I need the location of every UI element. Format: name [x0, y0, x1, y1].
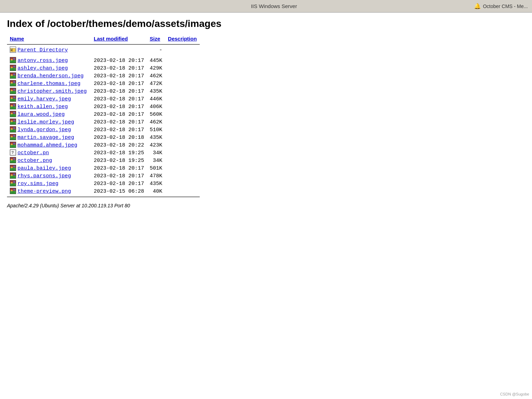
file-desc — [165, 141, 200, 149]
file-link[interactable]: roy.sims.jpeg — [17, 181, 58, 187]
file-name-cell: brenda.henderson.jpeg — [7, 72, 91, 80]
file-name-cell: antony.ross.jpeg — [7, 57, 91, 64]
file-desc — [165, 80, 200, 87]
file-link[interactable]: emily.harvey.jpeg — [17, 96, 71, 102]
jpeg-icon — [10, 95, 16, 102]
file-link[interactable]: october.pn — [17, 150, 49, 156]
sort-by-desc[interactable]: Description — [168, 36, 197, 42]
file-link[interactable]: lynda.gordon.jpeg — [17, 127, 71, 133]
file-link[interactable]: leslie.morley.jpeg — [17, 119, 74, 125]
svg-rect-48 — [11, 113, 13, 114]
file-link[interactable]: charlene.thomas.jpeg — [17, 81, 80, 87]
file-link[interactable]: october.png — [17, 158, 52, 164]
title-bar-right: 🔔 October CMS - Me... — [474, 3, 528, 9]
svg-rect-18 — [11, 74, 13, 76]
parent-desc — [165, 46, 200, 54]
list-item: ? october.pn 2023-02-18 19:25 34K — [7, 149, 200, 157]
svg-point-43 — [13, 104, 15, 106]
file-name-cell: emily.harvey.jpeg — [7, 95, 91, 103]
svg-point-67 — [13, 135, 15, 137]
svg-rect-6 — [11, 59, 13, 60]
file-link[interactable]: christopher.smith.jpeg — [17, 88, 87, 94]
file-size: 510K — [147, 126, 165, 134]
file-name-cell: roy.sims.jpeg — [7, 180, 91, 187]
file-size: 560K — [147, 111, 165, 118]
file-desc — [165, 103, 200, 111]
jpeg-icon — [10, 80, 16, 86]
file-name-cell: laura.wood.jpeg — [7, 111, 91, 118]
svg-text:?: ? — [12, 150, 14, 155]
file-size: 501K — [147, 164, 165, 172]
file-date: 2023-02-15 06:28 — [91, 187, 147, 195]
col-size: Size — [147, 35, 165, 43]
file-link[interactable]: keith.allen.jpeg — [17, 104, 68, 110]
file-name-cell: leslie.morley.jpeg — [7, 118, 91, 126]
file-link[interactable]: laura.wood.jpeg — [17, 112, 65, 117]
list-item: roy.sims.jpeg 2023-02-18 20:17 435K — [7, 180, 200, 187]
svg-point-61 — [13, 127, 15, 129]
file-size: 423K — [147, 141, 165, 149]
list-item: rhys.parsons.jpeg 2023-02-18 20:17 478K — [7, 172, 200, 180]
parent-dir-link[interactable]: Parent Directory — [17, 47, 68, 53]
svg-rect-80 — [11, 159, 13, 160]
file-name-cell: keith.allen.jpeg — [7, 103, 91, 111]
file-date: 2023-02-18 20:18 — [91, 134, 147, 141]
file-size: 435K — [147, 87, 165, 95]
file-link[interactable]: rhys.parsons.jpeg — [17, 173, 71, 179]
file-name-cell: charlene.thomas.jpeg — [7, 80, 91, 87]
file-size: 445K — [147, 57, 165, 64]
file-listing-table: Name Last modified Size Description — [7, 35, 200, 199]
parent-dir-cell: Parent Directory — [7, 46, 91, 54]
file-desc — [165, 111, 200, 118]
png-icon — [10, 157, 16, 163]
file-desc — [165, 134, 200, 141]
sort-by-size[interactable]: Size — [150, 36, 160, 42]
file-size: 435K — [147, 180, 165, 187]
list-item: mohammad.ahmed.jpeg 2023-02-18 20:22 423… — [7, 141, 200, 149]
file-name-cell: mohammad.ahmed.jpeg — [7, 141, 91, 149]
file-size: 406K — [147, 103, 165, 111]
unknown-icon: ? — [10, 149, 16, 156]
server-info: Apache/2.4.29 (Ubuntu) Server at 10.200.… — [7, 203, 525, 208]
file-desc — [165, 118, 200, 126]
list-item: charlene.thomas.jpeg 2023-02-18 20:17 47… — [7, 80, 200, 87]
file-desc — [165, 72, 200, 80]
file-link[interactable]: paula.bailey.jpeg — [17, 165, 71, 171]
svg-point-73 — [13, 143, 15, 144]
svg-point-49 — [13, 112, 15, 114]
file-link[interactable]: martin.savage.jpeg — [17, 135, 74, 141]
file-link[interactable]: antony.ross.jpeg — [17, 58, 68, 64]
svg-point-81 — [13, 158, 15, 160]
file-name-cell: ashley.chan.jpeg — [7, 64, 91, 72]
main-content: Index of /october/themes/demo/assets/ima… — [0, 13, 532, 399]
jpeg-icon — [10, 57, 16, 63]
file-link[interactable]: theme-preview.png — [17, 188, 71, 194]
jpeg-icon — [10, 103, 16, 109]
list-item: leslie.morley.jpeg 2023-02-18 20:17 462K — [7, 118, 200, 126]
file-date: 2023-02-18 19:25 — [91, 157, 147, 164]
svg-rect-30 — [11, 90, 13, 91]
file-desc — [165, 187, 200, 195]
file-name-cell: lynda.gordon.jpeg — [7, 126, 91, 134]
svg-point-93 — [13, 173, 15, 175]
sort-by-name[interactable]: Name — [10, 36, 24, 42]
list-item: lynda.gordon.jpeg 2023-02-18 20:17 510K — [7, 126, 200, 134]
svg-rect-98 — [11, 182, 13, 183]
file-date: 2023-02-18 20:17 — [91, 180, 147, 187]
jpeg-icon — [10, 126, 16, 133]
file-date: 2023-02-18 20:17 — [91, 72, 147, 80]
file-link[interactable]: mohammad.ahmed.jpeg — [17, 142, 77, 148]
file-size: 462K — [147, 72, 165, 80]
jpeg-icon — [10, 134, 16, 140]
file-link[interactable]: ashley.chan.jpeg — [17, 65, 68, 71]
title-bar-right-label: October CMS - Me... — [483, 3, 528, 9]
file-desc — [165, 180, 200, 187]
sort-by-date[interactable]: Last modified — [94, 36, 128, 42]
file-link[interactable]: brenda.henderson.jpeg — [17, 73, 84, 79]
file-date: 2023-02-18 19:25 — [91, 149, 147, 157]
file-desc — [165, 164, 200, 172]
svg-rect-12 — [11, 66, 13, 68]
list-item: martin.savage.jpeg 2023-02-18 20:18 435K — [7, 134, 200, 141]
svg-point-25 — [13, 81, 15, 83]
jpeg-icon — [10, 111, 16, 117]
